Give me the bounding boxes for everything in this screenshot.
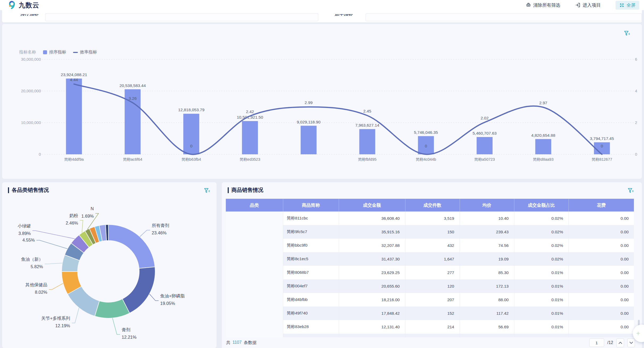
svg-text:3,794,717.45: 3,794,717.45 [590, 136, 614, 141]
table-row[interactable]: 简称bbc9f032,207.8843274.560.02%0.00 [226, 239, 634, 252]
chevron-up-icon [618, 342, 622, 344]
bar[interactable] [477, 137, 493, 154]
pie-slice[interactable] [122, 267, 155, 313]
legend-item-line[interactable]: 效率指标 [73, 49, 97, 55]
svg-text:2.46%: 2.46% [66, 221, 78, 225]
svg-text:鱼油+卵磷脂: 鱼油+卵磷脂 [160, 293, 185, 298]
value-cell: 0.01% [514, 306, 569, 320]
table-row[interactable]: 简称bf274c10,284.2968151.240.01%0.00 [226, 334, 634, 337]
svg-text:所有膏剂: 所有膏剂 [152, 223, 169, 228]
product-name-cell: 简称bf274c [283, 334, 339, 337]
table-row[interactable]: 简称811cbc36,608.403,51910.400.02%0.00 [226, 212, 634, 225]
table-row[interactable]: 简称8c1ec531,437.301,64719.090.02%0.00 [226, 252, 634, 266]
filter-funnel-icon[interactable] [628, 188, 634, 194]
page-up-button[interactable] [616, 338, 624, 347]
legend-item-bar[interactable]: 排序指标 [43, 49, 66, 55]
donut-chart[interactable]: 所有膏剂23.46%鱼油+卵磷脂19.05%膏剂12.21%关节+多维系列12.… [2, 182, 217, 348]
product-table: 品类商品简称成交金额成交件数均价成交金额占比花费 简称811cbc36,608.… [226, 199, 634, 337]
value-cell: 1,647 [405, 252, 460, 266]
value-cell: 0.00 [569, 212, 634, 225]
chart-legend: 指标名称 排序指标 效率指标 [19, 49, 97, 55]
table-row[interactable]: 简称8068b723,629.2527785.300.01%0.00 [226, 266, 634, 279]
svg-text:简称812677: 简称812677 [592, 157, 612, 161]
value-cell: 0.00 [569, 279, 634, 293]
svg-text:7,963,627.14: 7,963,627.14 [355, 123, 379, 127]
bar[interactable] [66, 78, 82, 154]
bar[interactable] [183, 114, 199, 154]
column-header[interactable]: 花费 [569, 199, 634, 212]
svg-text:0: 0 [425, 144, 427, 148]
bar[interactable] [359, 129, 375, 154]
svg-text:3.26: 3.26 [129, 96, 137, 101]
value-cell: 88.00 [460, 293, 514, 306]
value-cell: 74.56 [460, 239, 514, 252]
value-cell: 239.43 [460, 225, 514, 239]
bar[interactable] [242, 121, 258, 154]
svg-text:9,029,118.90: 9,029,118.90 [297, 120, 321, 124]
column-header[interactable]: 成交金额占比 [514, 199, 569, 212]
column-header[interactable]: 成交件数 [405, 199, 460, 212]
table-footer: 共 1107 条数据 /12 [222, 337, 642, 348]
product-name-cell: 简称9fc5c7 [283, 225, 339, 239]
svg-text:23.46%: 23.46% [152, 230, 167, 235]
svg-text:2.99: 2.99 [305, 100, 313, 105]
category-cell [226, 212, 283, 337]
clear-filters-button[interactable]: 清除所有筛选 [526, 2, 560, 8]
value-cell: 0.00 [569, 306, 634, 320]
fullscreen-icon [619, 3, 624, 8]
table-row[interactable]: 简称83eb2812,131.4021456.690.01%0.00 [226, 320, 634, 334]
filter-input-right[interactable] [366, 13, 642, 21]
product-sales-card: 商品销售情况 品类商品简称成交金额成交件数均价成交金额占比花费 简称811cbc… [222, 182, 642, 348]
enter-project-button[interactable]: 进入项目 [575, 2, 601, 8]
value-cell: 0.00 [569, 320, 634, 334]
bar[interactable] [535, 139, 551, 154]
app-logo[interactable]: 九数云 [7, 1, 39, 10]
table-row[interactable]: 简称d4bfbb18,216.0020788.000.01%0.00 [226, 293, 634, 306]
svg-text:简称ed3523: 简称ed3523 [240, 157, 260, 161]
column-header[interactable]: 均价 [460, 199, 514, 212]
page-input[interactable] [589, 338, 604, 347]
product-name-cell: 简称811cbc [283, 212, 339, 225]
filter-label-right: 效率指标 [335, 11, 353, 17]
fullscreen-button[interactable]: 全屏 [616, 1, 639, 10]
svg-text:简称4ddf9a: 简称4ddf9a [64, 157, 84, 161]
svg-text:5,460,707.63: 5,460,707.63 [473, 131, 497, 135]
value-cell: 277 [405, 266, 460, 279]
column-header[interactable]: 品类 [226, 199, 283, 212]
value-cell: 0.00 [569, 225, 634, 239]
svg-text:4.44: 4.44 [70, 77, 78, 82]
svg-text:2.42: 2.42 [246, 109, 254, 114]
value-cell: 207 [405, 293, 460, 306]
bar[interactable] [301, 126, 317, 154]
svg-text:19.05%: 19.05% [160, 301, 175, 306]
svg-text:简称fbfd95: 简称fbfd95 [358, 157, 376, 161]
page-total: /12 [607, 340, 613, 345]
value-cell: 23,629.25 [339, 266, 405, 279]
value-cell: 0.01% [514, 334, 569, 337]
table-row[interactable]: 简称9fc5c735,915.16150239.430.02%0.00 [226, 225, 634, 239]
column-header[interactable]: 成交金额 [339, 199, 405, 212]
svg-text:膏剂: 膏剂 [122, 327, 130, 332]
svg-text:4.55%: 4.55% [22, 238, 35, 242]
page-down-button[interactable] [627, 338, 635, 347]
column-header[interactable]: 商品简称 [283, 199, 339, 212]
pie-slice[interactable] [108, 225, 155, 268]
line-swatch-icon [73, 52, 78, 53]
filter-input-left[interactable] [45, 13, 318, 21]
svg-text:3.89%: 3.89% [18, 231, 31, 236]
value-cell: 0.00 [569, 252, 634, 266]
svg-text:1.69%: 1.69% [81, 214, 94, 218]
value-cell: 151.24 [460, 334, 514, 337]
value-cell: 17,848.42 [339, 306, 405, 320]
total-suffix: 条数据 [244, 340, 256, 346]
pagination: /12 [589, 338, 635, 347]
svg-text:2.97: 2.97 [539, 101, 547, 105]
value-cell: 68 [405, 334, 460, 337]
line-series[interactable] [74, 84, 602, 155]
table-row[interactable]: 简称49f74017,848.42152117.420.01%0.00 [226, 306, 634, 320]
product-name-cell: 简称49f740 [283, 306, 339, 320]
table-row[interactable]: 简称004ef720,655.60120172.130.01%0.00 [226, 279, 634, 293]
svg-text:0: 0 [601, 144, 603, 148]
value-cell: 0.00 [569, 266, 634, 279]
bar-line-chart[interactable]: 0010,000,000220,000,000430,000,000623,92… [2, 24, 642, 179]
